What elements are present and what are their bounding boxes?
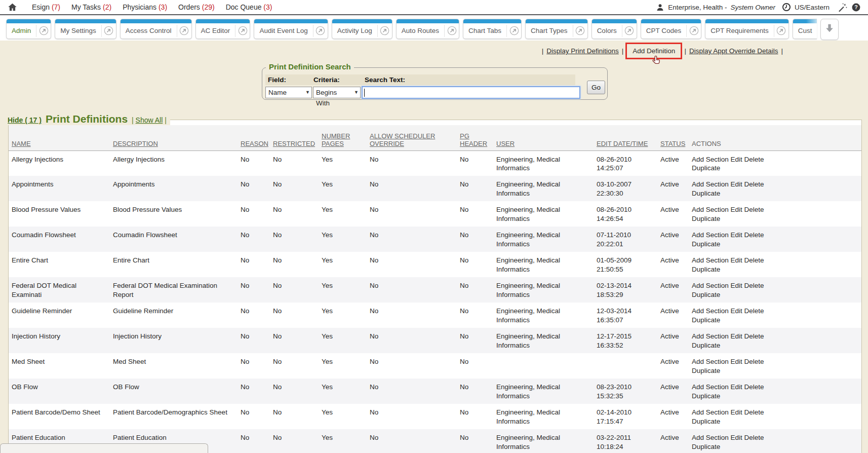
topbar-menu-esign[interactable]: Esign (7) [32, 3, 60, 11]
circled-arrow-icon[interactable] [573, 26, 587, 35]
action-delete[interactable]: Delete [744, 332, 764, 340]
action-add-section[interactable]: Add Section [692, 282, 729, 289]
tabs-overflow-button[interactable] [820, 19, 839, 40]
field-select[interactable]: Name ▼ [265, 87, 312, 98]
show-all-link[interactable]: Show All [136, 116, 163, 124]
column-header-name[interactable]: NAME [9, 125, 110, 150]
user-name[interactable]: Enterprise, Health - [668, 4, 727, 11]
criteria-select[interactable]: Begins With ▼ [313, 87, 361, 98]
header-text[interactable]: PAGES [322, 140, 365, 147]
tab-activity-log[interactable]: Activity Log [332, 19, 392, 39]
timezone-label[interactable]: US/Eastern [795, 4, 830, 11]
circled-arrow-icon[interactable] [687, 26, 701, 35]
action-edit[interactable]: Edit [731, 434, 742, 441]
action-delete[interactable]: Delete [744, 156, 764, 163]
header-text[interactable]: ALLOW SCHEDULER [370, 132, 455, 140]
tab-cust[interactable]: Cust [793, 19, 817, 39]
action-duplicate[interactable]: Duplicate [692, 342, 720, 349]
tab-chart-types[interactable]: Chart Types [525, 19, 588, 39]
action-add-section[interactable]: Add Section [692, 408, 729, 416]
action-add-section[interactable]: Add Section [692, 358, 729, 365]
wand-icon[interactable] [837, 2, 848, 13]
column-header-number-pages[interactable]: NUMBERPAGES [319, 125, 367, 150]
action-delete[interactable]: Delete [744, 434, 764, 441]
action-edit[interactable]: Edit [731, 180, 742, 188]
search-text-input[interactable] [362, 86, 580, 99]
display-print-definitions-link[interactable]: Display Print Definitions [546, 47, 619, 55]
tab-chart-tabs[interactable]: Chart Tabs [463, 19, 522, 39]
header-text[interactable]: HEADER [460, 140, 491, 147]
column-header-edit-date-time[interactable]: EDIT DATE/TIME [594, 125, 657, 150]
tab-audit-event-log[interactable]: Audit Event Log [254, 19, 328, 39]
go-button[interactable]: Go [587, 81, 605, 94]
header-text[interactable]: NUMBER [322, 132, 365, 140]
tab-access-control[interactable]: Access Control [120, 19, 192, 39]
action-add-section[interactable]: Add Section [692, 180, 729, 188]
header-text[interactable]: DESCRIPTION [113, 140, 235, 147]
action-delete[interactable]: Delete [744, 383, 764, 391]
action-duplicate[interactable]: Duplicate [692, 291, 720, 298]
column-header-reason[interactable]: REASON [238, 125, 270, 150]
circled-arrow-icon[interactable] [507, 26, 521, 35]
action-edit[interactable]: Edit [731, 383, 742, 391]
action-edit[interactable]: Edit [731, 307, 742, 315]
action-delete[interactable]: Delete [744, 358, 764, 365]
action-edit[interactable]: Edit [731, 156, 742, 163]
topbar-menu-physicians[interactable]: Physicians (3) [123, 3, 167, 11]
action-delete[interactable]: Delete [744, 282, 764, 289]
home-icon[interactable] [7, 2, 18, 13]
header-text[interactable]: EDIT DATE/TIME [597, 140, 655, 147]
circled-arrow-icon[interactable] [445, 26, 459, 35]
hide-count-link[interactable]: Hide ( 17 ) [8, 116, 42, 124]
circled-arrow-icon[interactable] [313, 26, 328, 35]
circled-arrow-icon[interactable] [235, 26, 250, 35]
action-add-section[interactable]: Add Section [692, 231, 729, 239]
action-add-section[interactable]: Add Section [692, 434, 729, 441]
action-delete[interactable]: Delete [744, 206, 764, 213]
header-text[interactable]: USER [496, 140, 591, 147]
topbar-menu-my-tasks[interactable]: My Tasks (2) [71, 3, 111, 11]
action-edit[interactable]: Edit [731, 231, 742, 239]
tab-my-settings[interactable]: My Settings [55, 19, 116, 39]
column-header-user[interactable]: USER [493, 125, 594, 150]
add-definition-link[interactable]: Add Definition [633, 47, 675, 55]
action-duplicate[interactable]: Duplicate [692, 240, 720, 248]
action-edit[interactable]: Edit [731, 332, 742, 340]
action-delete[interactable]: Delete [744, 408, 764, 416]
action-delete[interactable]: Delete [744, 231, 764, 239]
header-text[interactable]: RESTRICTED [273, 140, 317, 147]
circled-arrow-icon[interactable] [102, 26, 116, 35]
topbar-menu-doc-queue[interactable]: Doc Queue (3) [226, 3, 272, 11]
column-header-status[interactable]: STATUS [657, 125, 689, 150]
action-add-section[interactable]: Add Section [692, 383, 729, 391]
circled-arrow-icon[interactable] [177, 26, 191, 35]
column-header-description[interactable]: DESCRIPTION [110, 125, 238, 150]
header-text[interactable]: PG [460, 132, 491, 140]
action-duplicate[interactable]: Duplicate [692, 316, 720, 324]
action-add-section[interactable]: Add Section [692, 156, 729, 163]
circled-arrow-icon[interactable] [774, 26, 788, 35]
circled-arrow-icon[interactable] [622, 26, 637, 35]
action-edit[interactable]: Edit [731, 408, 742, 416]
action-edit[interactable]: Edit [731, 206, 742, 213]
action-duplicate[interactable]: Duplicate [692, 190, 720, 197]
action-duplicate[interactable]: Duplicate [692, 367, 720, 374]
tab-ac-editor[interactable]: AC Editor [195, 19, 251, 39]
header-text[interactable]: STATUS [660, 140, 687, 147]
action-edit[interactable]: Edit [731, 358, 742, 365]
action-add-section[interactable]: Add Section [692, 206, 729, 213]
action-duplicate[interactable]: Duplicate [692, 266, 720, 273]
action-delete[interactable]: Delete [744, 180, 764, 188]
action-duplicate[interactable]: Duplicate [692, 215, 720, 222]
header-text[interactable]: REASON [241, 140, 268, 147]
header-text[interactable]: NAME [12, 140, 108, 147]
topbar-menu-orders[interactable]: Orders (29) [178, 3, 215, 11]
action-delete[interactable]: Delete [744, 256, 764, 264]
display-appt-override-link[interactable]: Display Appt Override Details [689, 47, 778, 55]
tab-cpt-requirements[interactable]: CPT Requirements [705, 19, 789, 39]
action-duplicate[interactable]: Duplicate [692, 164, 720, 172]
action-edit[interactable]: Edit [731, 282, 742, 289]
action-duplicate[interactable]: Duplicate [692, 392, 720, 400]
action-add-section[interactable]: Add Section [692, 332, 729, 340]
help-icon[interactable]: ? [851, 3, 861, 12]
